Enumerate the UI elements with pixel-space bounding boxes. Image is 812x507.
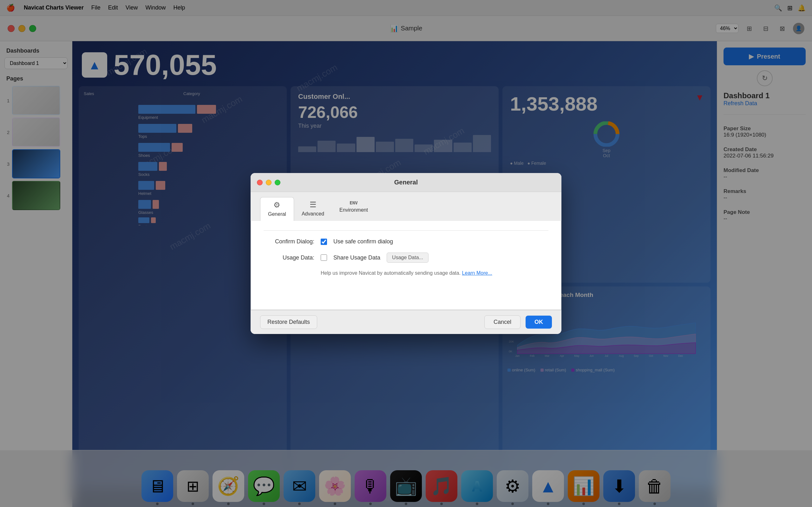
help-text: Help us improve Navicat by automatically… [321, 270, 548, 276]
dialog-body: Confirm Dialog: Use safe confirm dialog … [251, 221, 561, 310]
confirm-dialog-row: Confirm Dialog: Use safe confirm dialog [264, 238, 548, 245]
general-tab-label: General [268, 211, 286, 217]
environment-tab-label: Environment [339, 207, 368, 213]
dialog-title: General [394, 179, 418, 186]
usage-data-button[interactable]: Usage Data... [387, 252, 428, 263]
confirm-dialog-checkbox[interactable] [321, 239, 327, 245]
advanced-tab-icon: ☰ [310, 200, 316, 209]
tab-general[interactable]: ⚙ General [260, 197, 294, 221]
dialog-window-controls [257, 180, 281, 185]
general-dialog: General ⚙ General ☰ Advanced ENV Environ… [251, 173, 561, 334]
advanced-tab-label: Advanced [302, 211, 324, 217]
dialog-footer-left: Restore Defaults [260, 315, 479, 329]
cancel-button[interactable]: Cancel [484, 315, 520, 329]
usage-data-label: Usage Data: [264, 255, 314, 261]
dialog-footer: Restore Defaults Cancel OK [251, 310, 561, 334]
confirm-dialog-checkbox-label: Use safe confirm dialog [334, 238, 393, 245]
modal-overlay[interactable]: General ⚙ General ☰ Advanced ENV Environ… [0, 0, 812, 507]
usage-data-row: Usage Data: Share Usage Data Usage Data.… [264, 252, 548, 263]
share-usage-label: Share Usage Data [334, 255, 380, 261]
share-usage-checkbox[interactable] [321, 255, 327, 261]
dialog-minimize-button[interactable] [266, 180, 271, 185]
dialog-maximize-button[interactable] [275, 180, 281, 185]
help-text-content: Help us improve Navicat by automatically… [321, 270, 461, 276]
dialog-spacer [264, 281, 548, 300]
learn-more-link[interactable]: Learn More... [462, 270, 492, 276]
dialog-titlebar: General [251, 173, 561, 192]
dialog-tabs: ⚙ General ☰ Advanced ENV Environment [251, 192, 561, 221]
environment-tab-icon: ENV [350, 200, 357, 205]
ok-button[interactable]: OK [525, 316, 552, 329]
general-tab-icon: ⚙ [273, 201, 281, 210]
dialog-body-divider [264, 230, 548, 231]
confirm-dialog-label: Confirm Dialog: [264, 238, 314, 245]
tab-advanced[interactable]: ☰ Advanced [294, 197, 332, 221]
tab-environment[interactable]: ENV Environment [332, 197, 375, 221]
dialog-close-button[interactable] [257, 180, 263, 185]
restore-defaults-button[interactable]: Restore Defaults [260, 315, 317, 329]
